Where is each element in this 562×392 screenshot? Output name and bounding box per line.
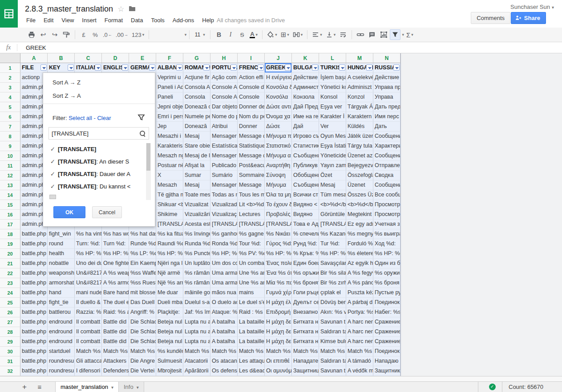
cell[interactable]: Дай [292, 122, 319, 132]
cell[interactable]: Управа [373, 92, 400, 102]
cell[interactable]: Bare hand [102, 288, 129, 298]
undo-button[interactable]: ↩ [38, 29, 49, 40]
column-letter-d[interactable]: D [102, 53, 129, 63]
row-number[interactable]: 27 [0, 317, 20, 327]
cell[interactable]: Todas as m [210, 190, 238, 200]
cell[interactable]: Един боец [292, 259, 319, 268]
cell[interactable]: Kimse bulu [319, 337, 346, 347]
cell[interactable]: Vizualizări [183, 210, 210, 220]
cell[interactable]: Име на ге [292, 112, 319, 122]
count-status[interactable]: Count: 65670 [502, 384, 556, 390]
cell[interactable]: Die Schlac [129, 327, 156, 337]
cell[interactable]: Lupta nu a [183, 337, 210, 347]
cell[interactable]: Η μάχη έλ [265, 298, 292, 308]
cell[interactable]: Sulmuesit [156, 356, 183, 366]
cell[interactable]: Сообщени [373, 151, 400, 161]
cell[interactable]: Message d [238, 132, 265, 141]
cell[interactable]: mâinile go [183, 288, 210, 298]
search-icon[interactable] [140, 131, 146, 136]
cell[interactable]: weaponsh [48, 268, 75, 278]
cell[interactable]: Atacatorii [183, 356, 210, 366]
cell[interactable]: La bataille [238, 327, 265, 337]
cell[interactable]: A batalha [210, 317, 238, 327]
cell[interactable]: Die Schlac [129, 337, 156, 347]
cell[interactable]: Savunan t [319, 366, 346, 376]
cell[interactable]: Paneli i Ad [156, 83, 183, 92]
cell[interactable]: Στατιστικό [265, 141, 292, 151]
increase-decimal-button[interactable]: .00 [114, 29, 129, 40]
row-number[interactable]: 13 [0, 180, 20, 190]
cell[interactable]: Üzenet [346, 180, 373, 190]
cell[interactable]: Mesaj [183, 132, 210, 141]
cell[interactable]: Нападаю [373, 356, 400, 366]
cell[interactable]: battle.php [20, 366, 48, 376]
menu-file[interactable]: File [22, 15, 40, 26]
cell[interactable]: Post&eacu [238, 161, 265, 171]
cell[interactable]: Të gjitha m [156, 190, 183, 200]
cell[interactable]: Afişat la [183, 161, 210, 171]
share-button[interactable]: Share [511, 12, 546, 24]
cell[interactable]: battle.php [20, 278, 48, 288]
cell[interactable]: Les d&eac [238, 366, 265, 376]
cell[interactable]: A támadó [346, 356, 373, 366]
cell[interactable]: Sumário [210, 171, 238, 180]
cell[interactable]: Поединок [373, 298, 400, 308]
cell[interactable]: One fighte [102, 259, 129, 268]
cell[interactable]: O duelo ac [210, 298, 238, 308]
cell[interactable]: Съобщени [292, 180, 319, 190]
filter-list-item[interactable]: [TRANSLATE]: Dauer der A [43, 168, 155, 180]
row-number[interactable]: 7 [0, 122, 20, 132]
row-number[interactable]: 16 [0, 210, 20, 220]
cell[interactable]: Beteja nul [156, 327, 183, 337]
cell[interactable]: Jaf: %s îm [183, 308, 210, 317]
cell[interactable]: hand [48, 288, 75, 298]
vertical-align-button[interactable] [324, 29, 337, 40]
cell[interactable]: Uma arma [210, 278, 238, 288]
cell[interactable]: %s ka fitua [156, 229, 183, 239]
cell[interactable]: Console Ad [210, 92, 238, 102]
cell[interactable]: Οι αμυνόμ [265, 366, 292, 376]
column-letter-l[interactable]: L [319, 53, 346, 63]
menu-insert[interactable]: Insert [78, 15, 101, 26]
column-filter-button[interactable] [230, 64, 237, 71]
row-number[interactable]: 12 [0, 171, 20, 180]
row-number[interactable]: 17 [0, 220, 20, 229]
cell[interactable]: Yayın zam [319, 161, 346, 171]
cell[interactable]: Összefogla [346, 171, 373, 180]
column-header[interactable]: GERMAN [129, 63, 156, 73]
comments-button[interactable]: Comments [471, 12, 510, 24]
column-letter-b[interactable]: B [48, 53, 75, 63]
cell[interactable]: %s Kazand [319, 229, 346, 239]
cell[interactable]: Megtekint [346, 210, 373, 220]
cell[interactable]: health [48, 249, 75, 259]
cell[interactable]: Um dos co [210, 259, 238, 268]
insert-comment-button[interactable] [367, 29, 377, 40]
cell[interactable]: Üzenet az [346, 151, 373, 161]
scrollbar-thumb[interactable] [146, 143, 150, 171]
cell[interactable]: Match %s [292, 347, 319, 356]
cell[interactable]: Il combatt [75, 327, 102, 337]
format-currency-button[interactable]: £ [78, 29, 89, 40]
cell[interactable]: Игрово съ [292, 132, 319, 141]
cell[interactable]: Die Angre [129, 356, 156, 366]
cell[interactable]: %s бронят [292, 278, 319, 288]
cell[interactable]: Apărătorii [183, 366, 210, 376]
cell[interactable]: Runda %d [183, 239, 210, 249]
cell[interactable]: Savunan t [319, 317, 346, 327]
row-number[interactable]: 29 [0, 337, 20, 347]
cell[interactable]: %s HP: %d [373, 249, 400, 259]
select-all-link[interactable]: Select all [69, 115, 92, 121]
all-sheets-button[interactable] [32, 382, 47, 392]
cell[interactable]: Характери [373, 141, 400, 151]
cell[interactable]: Statistique [238, 141, 265, 151]
cell[interactable]: Portya: %s [346, 308, 373, 317]
cell[interactable]: %s LP: %d [129, 249, 156, 259]
cell[interactable]: Κονσόλα [265, 92, 292, 102]
column-letter-f[interactable]: F [156, 53, 183, 63]
cell[interactable]: A %s armo [102, 278, 129, 288]
cell[interactable]: Vizualizaç [210, 210, 238, 220]
text-color-button[interactable]: A [248, 29, 259, 40]
cell[interactable]: Lupta nu a [183, 317, 210, 327]
cell[interactable]: %ss Ruest [129, 278, 156, 288]
column-header[interactable]: TURKISH [319, 63, 346, 73]
